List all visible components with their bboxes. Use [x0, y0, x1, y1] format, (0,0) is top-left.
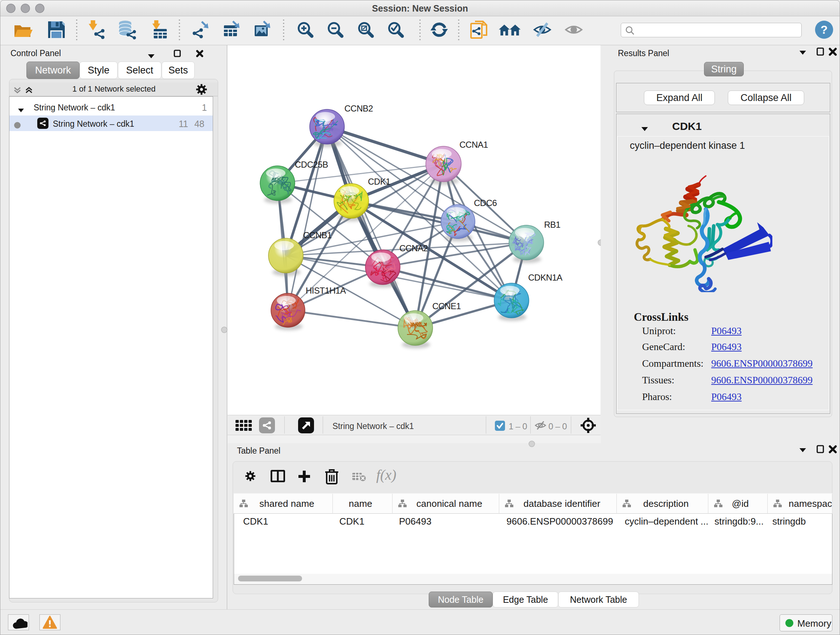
svg-text:CCNA2: CCNA2 [399, 243, 428, 253]
svg-text:?: ? [821, 23, 828, 36]
svg-text:CCNB1: CCNB1 [303, 230, 332, 240]
svg-text:HIST1H1A: HIST1H1A [306, 286, 346, 295]
svg-text:CCNB2: CCNB2 [344, 103, 373, 113]
svg-text:CDC6: CDC6 [474, 198, 497, 208]
svg-text:CDK1: CDK1 [368, 177, 390, 187]
svg-text:RB1: RB1 [544, 220, 561, 230]
svg-text:CDKN1A: CDKN1A [528, 272, 562, 282]
svg-text:CCNA1: CCNA1 [459, 140, 488, 149]
svg-text:CCNE1: CCNE1 [432, 301, 461, 311]
svg-text:CDC25B: CDC25B [295, 160, 328, 169]
